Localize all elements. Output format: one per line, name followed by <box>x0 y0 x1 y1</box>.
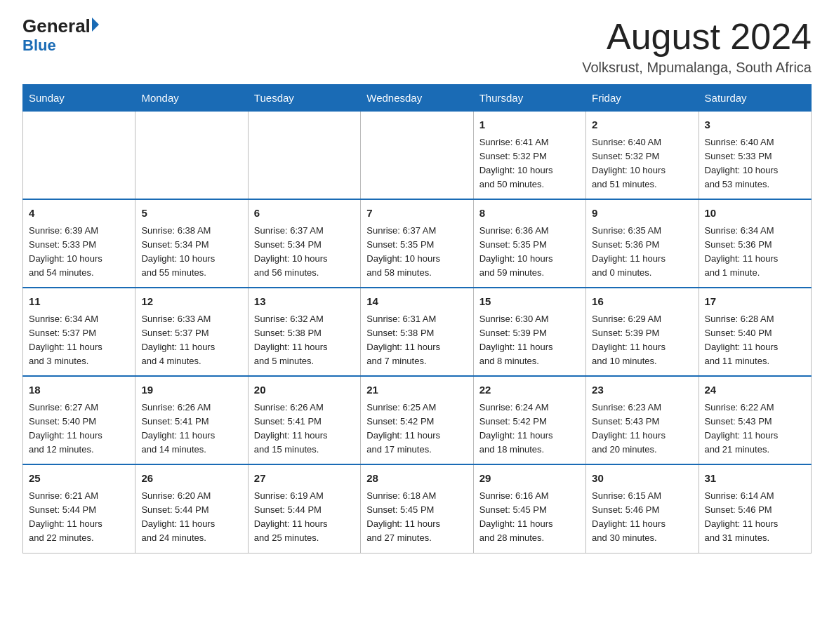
weekday-header-wednesday: Wednesday <box>361 85 473 112</box>
calendar-cell: 31Sunrise: 6:14 AMSunset: 5:46 PMDayligh… <box>699 464 811 553</box>
day-number: 9 <box>592 206 692 222</box>
day-number: 29 <box>479 471 580 487</box>
day-info: Sunrise: 6:26 AMSunset: 5:41 PMDaylight:… <box>141 401 241 457</box>
day-info: Sunrise: 6:33 AMSunset: 5:37 PMDaylight:… <box>141 312 241 369</box>
day-number: 22 <box>479 382 580 398</box>
day-info: Sunrise: 6:38 AMSunset: 5:34 PMDaylight:… <box>141 224 241 281</box>
day-info: Sunrise: 6:15 AMSunset: 5:46 PMDaylight:… <box>592 489 692 546</box>
weekday-header-thursday: Thursday <box>473 85 585 112</box>
day-info: Sunrise: 6:29 AMSunset: 5:39 PMDaylight:… <box>592 312 692 369</box>
day-info: Sunrise: 6:28 AMSunset: 5:40 PMDaylight:… <box>705 312 805 369</box>
calendar-cell: 15Sunrise: 6:30 AMSunset: 5:39 PMDayligh… <box>473 288 585 376</box>
calendar-table: SundayMondayTuesdayWednesdayThursdayFrid… <box>22 84 812 553</box>
calendar-cell: 6Sunrise: 6:37 AMSunset: 5:34 PMDaylight… <box>248 199 360 288</box>
day-info: Sunrise: 6:30 AMSunset: 5:39 PMDaylight:… <box>479 312 580 369</box>
calendar-cell: 14Sunrise: 6:31 AMSunset: 5:38 PMDayligh… <box>361 288 473 376</box>
calendar-cell: 26Sunrise: 6:20 AMSunset: 5:44 PMDayligh… <box>135 464 248 553</box>
day-info: Sunrise: 6:39 AMSunset: 5:33 PMDaylight:… <box>29 224 129 281</box>
page-header: General Blue August 2024 Volksrust, Mpum… <box>22 17 812 76</box>
day-info: Sunrise: 6:26 AMSunset: 5:41 PMDaylight:… <box>254 401 355 457</box>
calendar-cell: 24Sunrise: 6:22 AMSunset: 5:43 PMDayligh… <box>699 376 811 464</box>
weekday-header-saturday: Saturday <box>699 85 811 112</box>
day-info: Sunrise: 6:14 AMSunset: 5:46 PMDaylight:… <box>705 489 805 546</box>
day-info: Sunrise: 6:37 AMSunset: 5:34 PMDaylight:… <box>254 224 355 281</box>
day-number: 23 <box>592 382 692 398</box>
day-number: 18 <box>29 382 129 398</box>
day-info: Sunrise: 6:35 AMSunset: 5:36 PMDaylight:… <box>592 224 692 281</box>
calendar-cell: 8Sunrise: 6:36 AMSunset: 5:35 PMDaylight… <box>473 199 585 288</box>
day-number: 17 <box>705 294 805 310</box>
day-info: Sunrise: 6:31 AMSunset: 5:38 PMDaylight:… <box>366 312 467 369</box>
calendar-cell: 3Sunrise: 6:40 AMSunset: 5:33 PMDaylight… <box>699 112 811 200</box>
calendar-cell: 21Sunrise: 6:25 AMSunset: 5:42 PMDayligh… <box>361 376 473 464</box>
day-number: 11 <box>29 294 129 310</box>
day-number: 26 <box>141 471 241 487</box>
day-info: Sunrise: 6:18 AMSunset: 5:45 PMDaylight:… <box>366 489 467 546</box>
day-info: Sunrise: 6:36 AMSunset: 5:35 PMDaylight:… <box>479 224 580 281</box>
calendar-header-row: SundayMondayTuesdayWednesdayThursdayFrid… <box>23 85 812 112</box>
day-number: 12 <box>141 294 241 310</box>
day-info: Sunrise: 6:40 AMSunset: 5:33 PMDaylight:… <box>705 135 805 192</box>
day-number: 1 <box>479 117 580 133</box>
day-number: 20 <box>254 382 355 398</box>
day-number: 4 <box>29 206 129 222</box>
day-info: Sunrise: 6:21 AMSunset: 5:44 PMDaylight:… <box>29 489 129 546</box>
day-number: 3 <box>705 117 805 133</box>
day-number: 30 <box>592 471 692 487</box>
day-info: Sunrise: 6:22 AMSunset: 5:43 PMDaylight:… <box>705 401 805 457</box>
logo: General Blue <box>22 17 99 55</box>
calendar-cell: 12Sunrise: 6:33 AMSunset: 5:37 PMDayligh… <box>135 288 248 376</box>
calendar-cell: 7Sunrise: 6:37 AMSunset: 5:35 PMDaylight… <box>361 199 473 288</box>
calendar-cell <box>135 112 248 200</box>
day-info: Sunrise: 6:23 AMSunset: 5:43 PMDaylight:… <box>592 401 692 457</box>
day-info: Sunrise: 6:37 AMSunset: 5:35 PMDaylight:… <box>366 224 467 281</box>
day-number: 27 <box>254 471 355 487</box>
day-number: 7 <box>366 206 467 222</box>
calendar-cell: 13Sunrise: 6:32 AMSunset: 5:38 PMDayligh… <box>248 288 360 376</box>
day-number: 28 <box>366 471 467 487</box>
day-number: 2 <box>592 117 692 133</box>
calendar-cell: 19Sunrise: 6:26 AMSunset: 5:41 PMDayligh… <box>135 376 248 464</box>
day-info: Sunrise: 6:16 AMSunset: 5:45 PMDaylight:… <box>479 489 580 546</box>
day-info: Sunrise: 6:40 AMSunset: 5:32 PMDaylight:… <box>592 135 692 192</box>
title-area: August 2024 Volksrust, Mpumalanga, South… <box>582 17 812 76</box>
calendar-cell <box>248 112 360 200</box>
calendar-cell <box>23 112 135 200</box>
day-info: Sunrise: 6:41 AMSunset: 5:32 PMDaylight:… <box>479 135 580 192</box>
calendar-cell: 2Sunrise: 6:40 AMSunset: 5:32 PMDaylight… <box>586 112 699 200</box>
calendar-week-2: 4Sunrise: 6:39 AMSunset: 5:33 PMDaylight… <box>23 199 812 288</box>
day-info: Sunrise: 6:24 AMSunset: 5:42 PMDaylight:… <box>479 401 580 457</box>
calendar-cell: 5Sunrise: 6:38 AMSunset: 5:34 PMDaylight… <box>135 199 248 288</box>
calendar-cell: 27Sunrise: 6:19 AMSunset: 5:44 PMDayligh… <box>248 464 360 553</box>
logo-general: General <box>22 17 91 35</box>
day-number: 8 <box>479 206 580 222</box>
calendar-cell: 18Sunrise: 6:27 AMSunset: 5:40 PMDayligh… <box>23 376 135 464</box>
calendar-cell <box>361 112 473 200</box>
calendar-cell: 9Sunrise: 6:35 AMSunset: 5:36 PMDaylight… <box>586 199 699 288</box>
day-number: 6 <box>254 206 355 222</box>
calendar-week-1: 1Sunrise: 6:41 AMSunset: 5:32 PMDaylight… <box>23 112 812 200</box>
day-number: 16 <box>592 294 692 310</box>
day-number: 24 <box>705 382 805 398</box>
day-info: Sunrise: 6:34 AMSunset: 5:37 PMDaylight:… <box>29 312 129 369</box>
calendar-cell: 11Sunrise: 6:34 AMSunset: 5:37 PMDayligh… <box>23 288 135 376</box>
calendar-cell: 20Sunrise: 6:26 AMSunset: 5:41 PMDayligh… <box>248 376 360 464</box>
day-number: 21 <box>366 382 467 398</box>
calendar-week-5: 25Sunrise: 6:21 AMSunset: 5:44 PMDayligh… <box>23 464 812 553</box>
calendar-cell: 28Sunrise: 6:18 AMSunset: 5:45 PMDayligh… <box>361 464 473 553</box>
day-info: Sunrise: 6:27 AMSunset: 5:40 PMDaylight:… <box>29 401 129 457</box>
day-info: Sunrise: 6:19 AMSunset: 5:44 PMDaylight:… <box>254 489 355 546</box>
calendar-cell: 22Sunrise: 6:24 AMSunset: 5:42 PMDayligh… <box>473 376 585 464</box>
weekday-header-tuesday: Tuesday <box>248 85 360 112</box>
day-info: Sunrise: 6:34 AMSunset: 5:36 PMDaylight:… <box>705 224 805 281</box>
calendar-week-4: 18Sunrise: 6:27 AMSunset: 5:40 PMDayligh… <box>23 376 812 464</box>
calendar-cell: 17Sunrise: 6:28 AMSunset: 5:40 PMDayligh… <box>699 288 811 376</box>
day-info: Sunrise: 6:25 AMSunset: 5:42 PMDaylight:… <box>366 401 467 457</box>
day-number: 25 <box>29 471 129 487</box>
day-number: 14 <box>366 294 467 310</box>
day-number: 31 <box>705 471 805 487</box>
calendar-cell: 1Sunrise: 6:41 AMSunset: 5:32 PMDaylight… <box>473 112 585 200</box>
day-number: 5 <box>141 206 241 222</box>
day-number: 19 <box>141 382 241 398</box>
month-title: August 2024 <box>582 17 812 57</box>
